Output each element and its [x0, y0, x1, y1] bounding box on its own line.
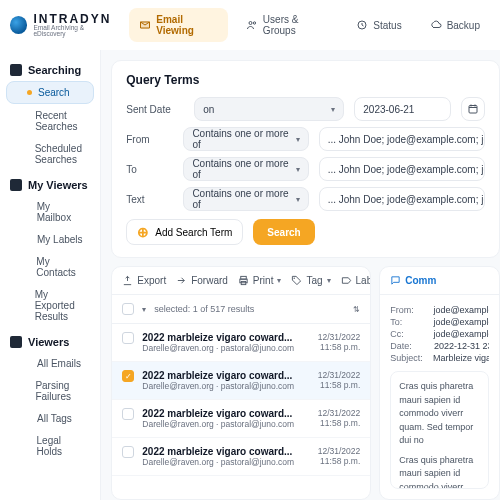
- export-icon: [122, 275, 133, 286]
- sidebar-item-recent-searches[interactable]: Recent Searches: [6, 105, 94, 137]
- result-row[interactable]: 2022 marbleize vigaro coward... Darelle@…: [112, 324, 370, 362]
- op-text[interactable]: Contains one or more of▾: [183, 187, 308, 211]
- results-list-card: Export Forward Print▾ Tag▾: [111, 266, 371, 500]
- value-from[interactable]: ... John Doe; jode@example.com; jdoe@: [319, 127, 485, 151]
- add-search-term-button[interactable]: ⊕ Add Search Term: [126, 219, 243, 245]
- print-icon: [238, 275, 249, 286]
- tab-label: Status: [373, 20, 401, 31]
- sidebar-item-all-tags[interactable]: All Tags: [6, 408, 94, 429]
- row-date: 12/31/2022: [318, 332, 361, 342]
- row-subject: 2022 marbleize vigaro coward...: [142, 446, 309, 457]
- selection-count: selected: 1 of 517 results: [154, 304, 254, 314]
- svg-point-1: [253, 22, 255, 24]
- row-from: Darelle@raven.org · pastoral@juno.com: [142, 419, 309, 429]
- sidebar-item-scheduled-searches[interactable]: Scheduled Searches: [6, 138, 94, 170]
- group-my-viewers: My Viewers: [0, 171, 100, 195]
- calendar-icon: [467, 103, 479, 115]
- tag-button[interactable]: Tag▾: [291, 275, 330, 286]
- topbar: INTRADYN Email Archiving & eDiscovery Em…: [0, 0, 500, 50]
- row-time: 11:58 p.m.: [318, 380, 361, 390]
- comments-button[interactable]: Comm: [390, 275, 436, 286]
- message-meta: From:jode@example To:jode@example Cc:jod…: [380, 295, 499, 371]
- value-to[interactable]: ... John Doe; jode@example.com; jdoe@: [319, 157, 485, 181]
- label-button[interactable]: Label▾: [341, 275, 372, 286]
- forward-button[interactable]: Forward: [176, 275, 228, 286]
- comment-icon: [390, 275, 401, 286]
- forward-icon: [176, 275, 187, 286]
- sidebar-item-my-exported[interactable]: My Exported Results: [6, 284, 94, 327]
- row-checkbox[interactable]: [122, 408, 134, 420]
- value-sent-date[interactable]: 2023-06-21: [354, 97, 451, 121]
- export-button[interactable]: Export: [122, 275, 166, 286]
- status-icon: [356, 19, 368, 31]
- active-dot-icon: [27, 90, 32, 95]
- viewers-group-icon: [10, 336, 22, 348]
- sidebar-item-parsing-failures[interactable]: Parsing Failures: [6, 375, 94, 407]
- row-from: Darelle@raven.org · pastoral@juno.com: [142, 457, 309, 467]
- my-viewers-group-icon: [10, 179, 22, 191]
- results-toolbar: Export Forward Print▾ Tag▾: [112, 267, 370, 295]
- row-from: Darelle@raven.org · pastoral@juno.com: [142, 381, 309, 391]
- tab-status[interactable]: Status: [346, 8, 411, 42]
- row-text: Text Contains one or more of▾ ... John D…: [126, 187, 485, 211]
- brand: INTRADYN Email Archiving & eDiscovery: [10, 13, 115, 38]
- row-date: 12/31/2022: [318, 408, 361, 418]
- query-terms-card: Query Terms Sent Date on▾ 2023-06-21 Fro…: [111, 60, 500, 258]
- chevron-down-icon: ▾: [296, 165, 300, 174]
- tab-label: Users & Groups: [263, 14, 328, 36]
- list-header: ▾ selected: 1 of 517 results ⇅: [112, 295, 370, 324]
- search-group-icon: [10, 64, 22, 76]
- row-checkbox[interactable]: ✓: [122, 370, 134, 382]
- calendar-button[interactable]: [461, 97, 485, 121]
- message-detail-card: Comm From:jode@example To:jode@example C…: [379, 266, 500, 500]
- sidebar-item-my-mailbox[interactable]: My Mailbox: [6, 196, 94, 228]
- primary-tabs: Email Viewing Users & Groups Status Back…: [129, 8, 490, 42]
- row-time: 11:58 p.m.: [318, 456, 361, 466]
- mail-icon: [139, 19, 151, 31]
- row-subject: 2022 marbleize vigaro coward...: [142, 408, 309, 419]
- meta-to: jode@example: [433, 317, 489, 327]
- logo-icon: [10, 16, 27, 34]
- tag-icon: [291, 275, 302, 286]
- row-time: 11:58 p.m.: [318, 418, 361, 428]
- sidebar: Searching Search Recent Searches Schedul…: [0, 50, 101, 500]
- result-row[interactable]: ✓ 2022 marbleize vigaro coward... Darell…: [112, 362, 370, 400]
- row-subject: 2022 marbleize vigaro coward...: [142, 370, 309, 381]
- tab-backup[interactable]: Backup: [420, 8, 490, 42]
- select-all-checkbox[interactable]: [122, 303, 134, 315]
- result-row[interactable]: 2022 marbleize vigaro coward... Darelle@…: [112, 438, 370, 476]
- sidebar-item-search[interactable]: Search: [6, 81, 94, 104]
- sidebar-item-my-labels[interactable]: My Labels: [6, 229, 94, 250]
- sidebar-item-my-contacts[interactable]: My Contacts: [6, 251, 94, 283]
- results-area: Export Forward Print▾ Tag▾: [111, 266, 500, 500]
- label-icon: [341, 275, 352, 286]
- meta-cc: jode@example: [433, 329, 489, 339]
- chevron-down-icon: ▾: [277, 276, 281, 285]
- meta-from: jode@example: [433, 305, 489, 315]
- value-text[interactable]: ... John Doe; jode@example.com; jdoe@: [319, 187, 485, 211]
- op-sent-date[interactable]: on▾: [194, 97, 344, 121]
- row-checkbox[interactable]: [122, 332, 134, 344]
- row-checkbox[interactable]: [122, 446, 134, 458]
- row-date: 12/31/2022: [318, 370, 361, 380]
- sidebar-item-all-emails[interactable]: All Emails: [6, 353, 94, 374]
- chevron-down-icon: ▾: [331, 105, 335, 114]
- tab-users-groups[interactable]: Users & Groups: [236, 8, 338, 42]
- sort-icon[interactable]: ⇅: [353, 305, 360, 314]
- search-button[interactable]: Search: [253, 219, 314, 245]
- op-from[interactable]: Contains one or more of▾: [183, 127, 308, 151]
- print-button[interactable]: Print▾: [238, 275, 282, 286]
- chevron-down-icon: ▾: [296, 195, 300, 204]
- chevron-down-icon[interactable]: ▾: [142, 305, 146, 314]
- row-date: 12/31/2022: [318, 446, 361, 456]
- sidebar-item-legal-holds[interactable]: Legal Holds: [6, 430, 94, 462]
- meta-subject: Marbleize vigar: [433, 353, 489, 363]
- result-row[interactable]: 2022 marbleize vigaro coward... Darelle@…: [112, 400, 370, 438]
- svg-point-7: [294, 278, 295, 279]
- op-to[interactable]: Contains one or more of▾: [183, 157, 308, 181]
- query-terms-title: Query Terms: [126, 73, 485, 87]
- row-subject: 2022 marbleize vigaro coward...: [142, 332, 309, 343]
- tab-email-viewing[interactable]: Email Viewing: [129, 8, 228, 42]
- users-icon: [246, 19, 258, 31]
- row-from: From Contains one or more of▾ ... John D…: [126, 127, 485, 151]
